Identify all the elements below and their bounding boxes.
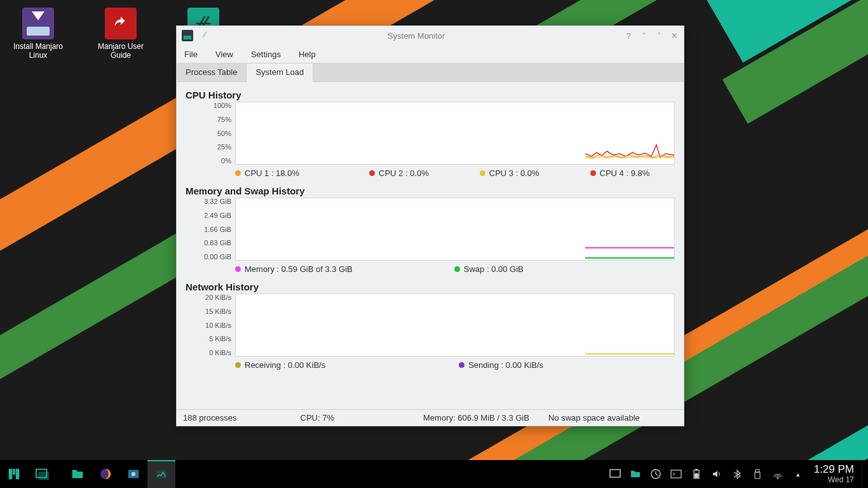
taskbar-firefox[interactable]	[92, 460, 119, 488]
legend-dot-icon	[590, 170, 596, 176]
desktop-icon-install[interactable]: Install Manjaro Linux	[6, 8, 70, 60]
memory-chart	[235, 198, 675, 261]
tray-expand-icon[interactable]: ▴	[792, 468, 804, 480]
cpu-axis: 100%75%50%25%0%	[186, 102, 235, 165]
status-cpu: CPU: 7%	[301, 413, 334, 423]
desktop-icon-label: Install Manjaro Linux	[6, 42, 70, 60]
menubar: File View Settings Help	[177, 45, 684, 63]
svg-rect-11	[695, 473, 698, 478]
system-monitor-window: System Monitor ? ˅ ˄ ✕ File View Setting…	[176, 25, 684, 426]
tray-updates-icon[interactable]	[650, 468, 661, 480]
taskbar: ▴ 1:29 PM Wed 17	[0, 460, 868, 488]
cpu-history-title: CPU History	[186, 90, 675, 100]
menu-help[interactable]: Help	[299, 50, 316, 59]
network-history-title: Network History	[186, 281, 675, 292]
taskbar-screenshot[interactable]	[119, 460, 147, 488]
pdf-icon	[105, 8, 137, 39]
legend-dot-icon	[480, 170, 485, 176]
legend-dot-icon	[235, 170, 241, 176]
network-legend: Receiving : 0.00 KiB/s Sending : 0.00 Ki…	[235, 360, 675, 370]
menu-file[interactable]: File	[184, 50, 198, 59]
taskbar-system-monitor[interactable]	[147, 460, 175, 488]
installer-icon	[22, 8, 54, 39]
svg-rect-10	[695, 469, 698, 470]
tab-system-load[interactable]: System Load	[247, 64, 313, 82]
virtual-desktops-button[interactable]	[28, 460, 56, 488]
status-bar: 188 processes CPU: 7% Memory: 606.9 MiB …	[177, 409, 684, 426]
legend-dot-icon	[459, 362, 465, 368]
svg-rect-1	[39, 471, 50, 480]
clock-date: Wed 17	[814, 476, 854, 484]
panel-clock[interactable]: 1:29 PM Wed 17	[808, 464, 862, 484]
taskbar-file-manager[interactable]	[64, 460, 92, 488]
show-desktop-button[interactable]	[862, 460, 868, 488]
desktop-icon-guide[interactable]: Manjaro User Guide	[89, 8, 153, 60]
legend-dot-icon	[369, 170, 375, 176]
status-swap: No swap space available	[548, 413, 640, 423]
minimize-button[interactable]: ˅	[639, 31, 648, 41]
tray-folder-icon[interactable]	[630, 468, 641, 480]
network-chart	[235, 294, 675, 356]
status-processes: 188 processes	[183, 413, 237, 423]
memory-axis: 3.32 GiB2.49 GiB1.66 GiB0.83 GiB0.00 GiB	[186, 198, 235, 261]
legend-dot-icon	[235, 266, 241, 272]
legend-dot-icon	[235, 362, 241, 368]
titlebar[interactable]: System Monitor ? ˅ ˄ ✕	[177, 26, 684, 45]
tab-process-table[interactable]: Process Table	[177, 64, 247, 81]
memory-legend: Memory : 0.59 GiB of 3.3 GiB Swap : 0.00…	[235, 264, 675, 274]
app-icon	[182, 30, 193, 41]
desktop-icon-label: Manjaro User Guide	[89, 42, 153, 60]
tray-terminal-icon[interactable]	[670, 468, 682, 480]
svg-rect-6	[610, 470, 620, 477]
legend-dot-icon	[454, 266, 460, 272]
close-button[interactable]: ✕	[670, 31, 679, 41]
window-title: System Monitor	[208, 31, 624, 41]
svg-rect-13	[755, 472, 760, 478]
network-axis: 20 KiB/s15 KiB/s10 KiB/s5 KiB/s0 KiB/s	[186, 294, 235, 356]
svg-point-4	[132, 472, 135, 476]
app-launcher[interactable]	[0, 460, 28, 488]
svg-point-14	[777, 478, 778, 479]
svg-rect-12	[756, 470, 759, 472]
maximize-button[interactable]: ˄	[654, 31, 663, 41]
tray-network-icon[interactable]	[772, 468, 783, 480]
tray-battery-icon[interactable]	[691, 468, 702, 480]
cpu-chart	[235, 102, 675, 165]
system-tray: ▴	[609, 468, 808, 480]
cpu-legend: CPU 1 : 18.0% CPU 2 : 0.0% CPU 3 : 0.0% …	[235, 168, 675, 178]
tab-bar: Process Table System Load	[177, 63, 684, 82]
help-button[interactable]: ?	[624, 31, 633, 41]
menu-view[interactable]: View	[215, 50, 233, 59]
memory-history-title: Memory and Swap History	[186, 186, 675, 196]
tray-bluetooth-icon[interactable]	[731, 468, 743, 480]
status-memory: Memory: 606.9 MiB / 3.3 GiB	[423, 413, 529, 423]
cpu-chart-traces	[585, 126, 674, 164]
svg-rect-8	[671, 470, 681, 478]
tray-usb-icon[interactable]	[752, 468, 763, 480]
clock-time: 1:29 PM	[814, 464, 854, 476]
tray-desktop-icon[interactable]	[609, 468, 621, 480]
tray-volume-icon[interactable]	[711, 468, 722, 480]
menu-settings[interactable]: Settings	[251, 50, 281, 59]
